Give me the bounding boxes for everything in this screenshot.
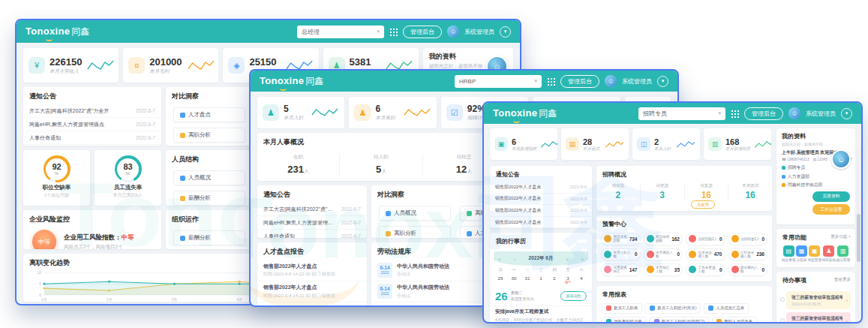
todo-item[interactable]: 张三的薪资变动审批流程等待您处理加急 2022-6-9 15:39:35 ›	[786, 312, 851, 323]
user-menu-chevron[interactable]: ▾	[841, 108, 852, 119]
calendar-day[interactable]: 3端午	[561, 274, 575, 287]
alert-pill[interactable]: 简历库简历数 734	[601, 233, 641, 245]
role-select[interactable]: 招聘专员 ▾	[638, 107, 725, 120]
report-button[interactable]: 新员工入职统计(按部门)	[650, 317, 710, 323]
stat-card: ◫ 2本月入职	[632, 128, 700, 160]
alert-pill[interactable]: 合同到期2人 0	[686, 233, 725, 245]
calendar-event-title[interactable]: 安排java开发工程师复试	[490, 305, 592, 316]
alert-label: 社保未办理人数	[698, 251, 713, 259]
recruit-overview-title: 招聘概况	[596, 166, 772, 182]
backstage-button[interactable]: 管理后台	[560, 75, 599, 88]
insight-button[interactable]: 离职分析	[173, 128, 245, 143]
function-tile-icon: ▥	[837, 245, 848, 257]
report-button[interactable]: 新员工入职统计(按月)	[645, 303, 701, 314]
operation-button[interactable]: 薪酬分析	[173, 230, 245, 245]
user-avatar[interactable]: ☺	[447, 26, 459, 38]
structure-button[interactable]: 薪酬分析	[173, 191, 245, 206]
calendar-next-month-icon[interactable]: ›	[566, 257, 568, 261]
todo-more-link[interactable]: 查看更多	[834, 277, 851, 282]
calendar-day[interactable]: 4	[575, 274, 588, 287]
alert-pill[interactable]: 本月转正人数 35	[644, 263, 683, 276]
function-tile[interactable]: ▤ 待办事项	[782, 245, 795, 262]
alert-pill[interactable]: 社保未办理人数 470	[686, 248, 725, 261]
user-avatar[interactable]: ☺	[605, 75, 617, 87]
alert-pill[interactable]: 面试爽约人数 0	[728, 263, 768, 276]
todo-item[interactable]: 张三的薪资变动审批流程等待您处理 2022-6-9 15:39:35 ›	[786, 291, 851, 309]
profile-action-button[interactable]: 完善资料	[812, 191, 850, 202]
insight-button[interactable]: 人才盘点	[173, 107, 245, 122]
calendar-day[interactable]: 2	[548, 274, 561, 287]
alert-pill[interactable]: 本月入职人数 0	[601, 248, 641, 261]
gauge-card: 92% 职位空缺率 1个岗位空缺	[23, 150, 90, 206]
report-title: 销售部2022年人才盘点	[263, 305, 317, 308]
alert-pill[interactable]: 简历待筛选数 162	[644, 233, 683, 245]
apps-grid-icon[interactable]	[389, 28, 398, 36]
report-button[interactable]: 离职人员信息表	[712, 317, 757, 323]
notice-row[interactable]: 销售部2022年人才盘点 2022-6-9	[490, 205, 592, 217]
avatar[interactable]: ☺	[831, 149, 851, 169]
todo-text: 张三的薪资变动审批流程等待您处理	[791, 294, 842, 301]
scrollbar-thumb[interactable]	[857, 214, 860, 262]
notice-row[interactable]: 销售部2022年人才盘点 2022-6-9	[490, 194, 592, 206]
calendar-prev-year-icon[interactable]: «	[498, 257, 500, 261]
calendar-prev-month-icon[interactable]: ‹	[514, 257, 515, 261]
function-tile[interactable]: ♟ 组织架构	[822, 245, 836, 262]
more-functions-link[interactable]: 更多功能 >	[830, 234, 851, 239]
badge-icon: ▤ 12345	[813, 158, 827, 161]
role-select[interactable]: HRBP ▾	[455, 75, 542, 88]
report-button[interactable]: 人员信息汇总表	[704, 303, 749, 314]
notice-date: 2022-6-7	[341, 220, 361, 225]
report-button[interactable]: 新员工入职表	[602, 303, 642, 314]
timeline-dot	[780, 297, 785, 302]
calendar-next-year-icon[interactable]: »	[581, 257, 584, 261]
alert-pill[interactable]: 本月离职人数 0	[644, 248, 683, 261]
scrollbar-track[interactable]	[857, 148, 860, 319]
notice-row[interactable]: 人事任命通知 2022-6-7	[257, 230, 367, 238]
stat-label: 本月主营收入	[50, 68, 82, 74]
backstage-button[interactable]: 管理后台	[744, 107, 783, 120]
notice-title: 通知公告	[257, 185, 367, 203]
stat-icon: ☑	[446, 104, 463, 121]
notice-row[interactable]: 开工大吉|同鑫科技2022"虎"力全开 2022-6-7	[257, 203, 367, 216]
insight-button[interactable]: 人员概况	[379, 206, 451, 221]
notice-row[interactable]: 开工大吉|同鑫科技2022"虎"力全开 2022-6-7	[23, 104, 161, 118]
role-select[interactable]: 总经理 ▾	[297, 26, 384, 38]
button-icon	[180, 133, 185, 138]
alert-pill[interactable]: 试用期将转正 147	[601, 263, 641, 276]
notice-card: 通知公告 开工大吉|同鑫科技2022"虎"力全开 2022-6-7 同鑫eHR,…	[257, 185, 367, 238]
function-tile-icon: ♟	[823, 245, 834, 257]
apps-grid-icon[interactable]	[731, 110, 739, 118]
structure-button[interactable]: 人员概况	[173, 170, 245, 185]
notice-row[interactable]: 同鑫eHR,聚焦人力资源管理痛点 2022-6-7	[257, 216, 367, 230]
notice-text: 人事任命通知	[263, 233, 295, 239]
logo-cn: 同鑫	[71, 26, 89, 37]
notice-row[interactable]: 销售部2022年人才盘点 2022-6-9	[490, 182, 592, 194]
notice-row[interactable]: 销售部2022年人才盘点 2022-6-9	[490, 217, 592, 229]
insight-button[interactable]: 离职分析	[379, 226, 451, 238]
calendar-day[interactable]: 1	[534, 274, 548, 287]
add-schedule-button[interactable]: 添加日程	[560, 291, 587, 301]
notice-row[interactable]: 同鑫eHR,聚焦人力资源管理痛点 2022-6-7	[23, 118, 161, 131]
calendar-day[interactable]: 30	[507, 274, 521, 287]
law-date-badge: 6-142022	[377, 284, 392, 299]
handle-now-button[interactable]: 去处理	[691, 200, 715, 209]
function-tile[interactable]: ▥ 岗位管理	[836, 245, 850, 262]
stat-label: 本月毛利	[149, 68, 182, 74]
user-menu-chevron[interactable]: ▾	[500, 26, 511, 38]
report-center-card: 常用报表 新员工入职表新员工入职统计(按月)人员信息汇总表历年离职统计表新员工入…	[596, 286, 772, 323]
calendar-day[interactable]: 29	[494, 274, 507, 287]
alert-pill[interactable]: 工资未发放人数 0	[686, 263, 725, 276]
notice-row[interactable]: 人事任命通知 2022-6-7	[23, 131, 161, 145]
function-tile[interactable]: ▦ 日程表	[796, 245, 807, 262]
apps-grid-icon[interactable]	[547, 77, 555, 86]
backstage-button[interactable]: 管理后台	[403, 26, 442, 38]
report-button[interactable]: 历年离职统计表	[602, 317, 647, 323]
calendar-day[interactable]: 31	[521, 274, 534, 287]
function-tile[interactable]: ▣ 审批管理	[808, 245, 821, 262]
user-menu-chevron[interactable]: ▾	[657, 76, 668, 87]
user-avatar[interactable]: ☺	[788, 107, 800, 119]
sparkline	[605, 139, 624, 150]
alert-pill[interactable]: 合同续签2人 0	[728, 233, 768, 245]
alert-pill[interactable]: 公积金未缴人数 236	[728, 248, 768, 261]
profile-action-button[interactable]: 工作台设置	[812, 204, 850, 215]
